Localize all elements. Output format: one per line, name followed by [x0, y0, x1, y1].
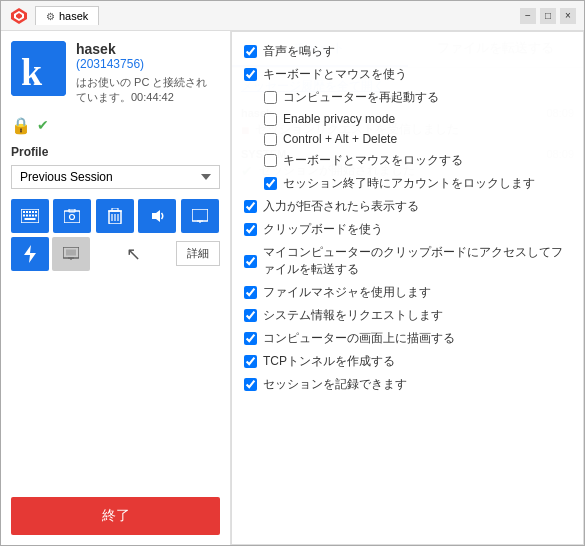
end-session-button[interactable]: 終了	[11, 497, 220, 535]
menu-checkbox[interactable]	[264, 91, 277, 104]
menu-item[interactable]: TCPトンネルを作成する	[244, 350, 571, 373]
menu-item[interactable]: キーボードとマウスを使う	[244, 63, 571, 86]
user-info: k hasek (203143756) はお使いの PC と接続され ています。…	[11, 41, 220, 106]
tab-label: hasek	[59, 10, 88, 22]
window-controls: − □ ×	[520, 8, 576, 24]
verified-icon: ✔	[37, 117, 49, 133]
tab-icon: ⚙	[46, 11, 55, 22]
svg-rect-14	[32, 214, 34, 216]
menu-checkbox[interactable]	[264, 133, 277, 146]
menu-checkbox[interactable]	[244, 332, 257, 345]
avatar-image: k	[11, 41, 66, 96]
svg-point-19	[70, 214, 75, 219]
menu-checkbox[interactable]	[244, 200, 257, 213]
menu-item[interactable]: マイコンピューターのクリップボードにアクセスしてファイルを転送する	[244, 241, 571, 281]
lightning-icon	[24, 245, 36, 263]
menu-item[interactable]: 入力が拒否されたら表示する	[244, 195, 571, 218]
lightning-button[interactable]	[11, 237, 49, 271]
cursor-icon: ↖	[126, 243, 141, 265]
menu-item-label: セッション終了時にアカウントをロックします	[283, 175, 535, 192]
menu-item[interactable]: Control + Alt + Delete	[244, 129, 571, 149]
svg-rect-17	[64, 211, 80, 223]
menu-item[interactable]: クリップボードを使う	[244, 218, 571, 241]
menu-item-label: TCPトンネルを作成する	[263, 353, 395, 370]
menu-item[interactable]: コンピューターを再起動する	[244, 86, 571, 109]
svg-rect-7	[26, 211, 28, 213]
delete-button[interactable]	[96, 199, 134, 233]
menu-item-label: Enable privacy mode	[283, 112, 395, 126]
menu-checkbox[interactable]	[264, 154, 277, 167]
title-bar: ⚙ hasek − □ ×	[1, 1, 584, 31]
menu-item[interactable]: コンピューターの画面上に描画する	[244, 327, 571, 350]
maximize-button[interactable]: □	[540, 8, 556, 24]
anydesk-logo-icon	[9, 6, 29, 26]
menu-checkbox[interactable]	[244, 223, 257, 236]
display-button[interactable]	[181, 199, 219, 233]
action-buttons-row2: ↖ 詳細	[11, 237, 220, 271]
keyboard-icon	[21, 209, 39, 223]
menu-item[interactable]: キーボードとマウスをロックする	[244, 149, 571, 172]
left-panel-bottom: 終了	[11, 497, 220, 535]
display-icon	[192, 209, 208, 223]
menu-item-label: マイコンピューターのクリップボードにアクセスしてファイルを転送する	[263, 244, 571, 278]
menu-item[interactable]: システム情報をリクエストします	[244, 304, 571, 327]
main-content: k hasek (203143756) はお使いの PC と接続され ています。…	[1, 31, 584, 545]
svg-rect-22	[112, 208, 118, 211]
svg-rect-34	[66, 249, 76, 255]
menu-item-label: クリップボードを使う	[263, 221, 383, 238]
profile-select[interactable]: Previous Session	[11, 165, 220, 189]
svg-rect-13	[29, 214, 31, 216]
user-details: hasek (203143756) はお使いの PC と接続され ています。00…	[76, 41, 220, 106]
menu-checkbox[interactable]	[264, 113, 277, 126]
dropdown-menu: 音声を鳴らすキーボードとマウスを使うコンピューターを再起動するEnable pr…	[231, 31, 584, 545]
menu-item-label: キーボードとマウスを使う	[263, 66, 407, 83]
menu-item-label: キーボードとマウスをロックする	[283, 152, 463, 169]
svg-text:k: k	[21, 51, 43, 93]
detail-button[interactable]: 詳細	[176, 241, 220, 266]
lock-icon: 🔒	[11, 116, 31, 135]
svg-rect-8	[29, 211, 31, 213]
cursor-area: ↖	[93, 243, 173, 265]
audio-button[interactable]	[138, 199, 176, 233]
minimize-button[interactable]: −	[520, 8, 536, 24]
menu-item[interactable]: セッション終了時にアカウントをロックします	[244, 172, 571, 195]
menu-item[interactable]: セッションを記録できます	[244, 373, 571, 396]
username: hasek	[76, 41, 220, 57]
right-panel: チャット ファイルを転送する メッセージ履歴を全て開く hasek 08:09 …	[231, 31, 584, 545]
menu-item-label: コンピューターの画面上に描画する	[263, 330, 455, 347]
menu-checkbox[interactable]	[244, 68, 257, 81]
monitor-icon	[63, 247, 79, 261]
menu-checkbox[interactable]	[264, 177, 277, 190]
action-buttons-row1	[11, 199, 220, 233]
keyboard-button[interactable]	[11, 199, 49, 233]
svg-rect-9	[32, 211, 34, 213]
left-panel: k hasek (203143756) はお使いの PC と接続され ています。…	[1, 31, 231, 545]
monitor-button[interactable]	[52, 237, 90, 271]
svg-rect-16	[25, 218, 36, 220]
menu-checkbox[interactable]	[244, 378, 257, 391]
menu-checkbox[interactable]	[244, 255, 257, 268]
user-id: (203143756)	[76, 57, 220, 71]
menu-checkbox[interactable]	[244, 309, 257, 322]
svg-rect-27	[192, 209, 208, 221]
screenshot-button[interactable]	[53, 199, 91, 233]
menu-item-label: 入力が拒否されたら表示する	[263, 198, 419, 215]
audio-icon	[149, 208, 165, 224]
menu-checkbox[interactable]	[244, 286, 257, 299]
screenshot-icon	[64, 209, 80, 223]
app-window: ⚙ hasek − □ × k hasek	[0, 0, 585, 546]
svg-marker-30	[24, 245, 36, 263]
menu-item[interactable]: 音声を鳴らす	[244, 40, 571, 63]
window-tab[interactable]: ⚙ hasek	[35, 6, 99, 25]
svg-rect-10	[35, 211, 37, 213]
svg-rect-12	[26, 214, 28, 216]
menu-item[interactable]: ファイルマネジャを使用します	[244, 281, 571, 304]
menu-item[interactable]: Enable privacy mode	[244, 109, 571, 129]
svg-rect-15	[35, 214, 37, 216]
menu-item-label: コンピューターを再起動する	[283, 89, 439, 106]
menu-checkbox[interactable]	[244, 45, 257, 58]
menu-checkbox[interactable]	[244, 355, 257, 368]
close-button[interactable]: ×	[560, 8, 576, 24]
svg-rect-11	[23, 214, 25, 216]
svg-marker-26	[152, 210, 160, 222]
